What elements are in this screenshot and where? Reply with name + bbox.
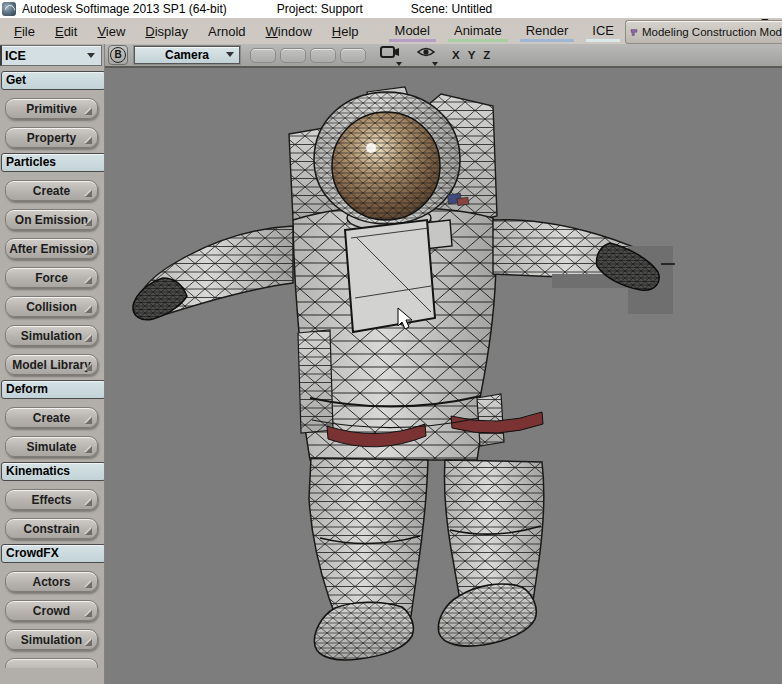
- sidebar-button-create[interactable]: Create: [5, 180, 98, 201]
- fold-corner-icon: [85, 499, 92, 506]
- astronaut-left-glove: [133, 278, 187, 320]
- axis-z-button[interactable]: Z: [483, 49, 491, 61]
- fold-corner-icon: [85, 335, 92, 342]
- sidebar-header-particles: Particles: [1, 153, 105, 172]
- sidebar-button-simulation[interactable]: Simulation: [5, 325, 98, 346]
- astronaut-left-leg: [309, 458, 428, 623]
- fold-corner-icon: [85, 610, 92, 617]
- chevron-down-icon: [87, 53, 95, 58]
- sidebar-button-label: Create: [33, 184, 70, 198]
- sidebar-button-label: After Emission: [9, 242, 94, 256]
- axis-x-button[interactable]: X: [452, 49, 461, 61]
- fold-corner-icon: [85, 306, 92, 313]
- visibility-options-button[interactable]: [416, 45, 438, 65]
- memo-cam-slots: [250, 48, 366, 63]
- astronaut-visor: [332, 112, 440, 220]
- display-mode-button[interactable]: [380, 45, 402, 65]
- sidebar-button-after-emission[interactable]: After Emission: [5, 238, 98, 259]
- chevron-down-icon: [396, 62, 402, 66]
- sidebar-button-simulate[interactable]: Simulate: [5, 436, 98, 457]
- menu-window[interactable]: Window: [260, 21, 318, 42]
- fold-corner-icon: [85, 417, 92, 424]
- view-type-value: Camera: [165, 48, 209, 62]
- fold-corner-icon: [85, 364, 92, 371]
- sidebar-button-label: On Emission: [15, 213, 88, 227]
- sidebar-items: GetPrimitivePropertyParticlesCreateOn Em…: [0, 71, 104, 668]
- menu-file[interactable]: File: [8, 21, 41, 42]
- sidebar-button-label: Property: [27, 131, 76, 145]
- fold-corner-icon: [85, 248, 92, 255]
- sidebar-button-label: Primitive: [26, 102, 77, 116]
- menu-view[interactable]: View: [91, 21, 131, 42]
- sidebar-button-label: Actors: [32, 575, 70, 589]
- sidebar-button-property[interactable]: Property: [5, 127, 98, 148]
- construction-mode-button[interactable]: Modeling Construction Mod: [625, 20, 782, 44]
- project-label: Project: Support: [277, 2, 363, 16]
- viewport-toolbar: B Camera XYZ: [105, 44, 782, 68]
- module-menu-ice[interactable]: ICE: [586, 20, 620, 42]
- menu-bar: FileEditViewDisplayArnoldWindowHelp Mode…: [0, 18, 782, 45]
- sidebar-button-primitive[interactable]: Primitive: [5, 98, 98, 119]
- sidebar-button-collision[interactable]: Collision: [5, 296, 98, 317]
- sidebar-header-deform: Deform: [1, 380, 105, 399]
- viewport-b-button[interactable]: B: [108, 45, 128, 65]
- chevron-down-icon: [432, 62, 438, 66]
- chevron-down-icon: [226, 52, 234, 57]
- softimage-logo-icon: [2, 2, 16, 16]
- fold-corner-icon: [85, 639, 92, 646]
- fold-corner-icon: [85, 108, 92, 115]
- memo-cam-slot-button[interactable]: [250, 48, 276, 63]
- sidebar-button-label: Simulate: [26, 440, 76, 454]
- sidebar-header-get: Get: [1, 71, 105, 90]
- memo-cam-slot-button[interactable]: [310, 48, 336, 63]
- menu-display[interactable]: Display: [139, 21, 194, 42]
- camera-viewport[interactable]: [105, 68, 782, 684]
- fold-corner-icon: [85, 277, 92, 284]
- menu-list: FileEditViewDisplayArnoldWindowHelp: [0, 21, 369, 42]
- sidebar-button-effects[interactable]: Effects: [5, 489, 98, 510]
- sidebar-button-partial[interactable]: [5, 658, 98, 668]
- memo-cam-slot-button[interactable]: [280, 48, 306, 63]
- view-type-select[interactable]: Camera: [134, 46, 240, 64]
- sidebar-button-label: Simulation: [21, 329, 82, 343]
- sidebar-button-force[interactable]: Force: [5, 267, 98, 288]
- camera-display-icon: [380, 45, 400, 61]
- sidebar-button-label: Force: [35, 271, 68, 285]
- menu-arnold[interactable]: Arnold: [202, 21, 252, 42]
- module-menu-model[interactable]: Model: [389, 20, 436, 42]
- sidebar-button-actors[interactable]: Actors: [5, 571, 98, 592]
- fold-corner-icon: [85, 190, 92, 197]
- axis-lock-buttons: XYZ: [452, 49, 491, 61]
- astronaut-left-boot: [314, 602, 413, 660]
- sidebar-button-label: Crowd: [33, 604, 70, 618]
- sidebar-header-kinematics: Kinematics: [1, 462, 105, 481]
- module-menu-animate[interactable]: Animate: [448, 20, 508, 42]
- app-title: Autodesk Softimage 2013 SP1 (64-bit): [22, 2, 227, 16]
- module-dropdown[interactable]: ICE: [0, 45, 102, 66]
- astronaut-wireframe-model: [105, 68, 782, 684]
- memo-cam-slot-button[interactable]: [340, 48, 366, 63]
- fold-corner-icon: [85, 137, 92, 144]
- sidebar-button-label: Create: [33, 411, 70, 425]
- construction-mode-icon: [630, 25, 638, 40]
- menu-edit[interactable]: Edit: [49, 21, 83, 42]
- sidebar-button-label: Effects: [31, 493, 71, 507]
- eye-icon: [416, 45, 436, 59]
- sidebar-button-label: Simulation: [21, 633, 82, 647]
- construction-mode-label: Modeling Construction Mod: [642, 26, 782, 38]
- sidebar-button-create[interactable]: Create: [5, 407, 98, 428]
- module-dropdown-value: ICE: [5, 49, 26, 63]
- sidebar-button-label: Model Library: [12, 358, 91, 372]
- fold-corner-icon: [85, 528, 92, 535]
- sidebar-button-simulation[interactable]: Simulation: [5, 629, 98, 650]
- sidebar-button-label: Collision: [26, 300, 77, 314]
- axis-y-button[interactable]: Y: [468, 49, 477, 61]
- sidebar-button-crowd[interactable]: Crowd: [5, 600, 98, 621]
- sidebar-header-crowdfx: CrowdFX: [1, 544, 105, 563]
- menu-help[interactable]: Help: [326, 21, 365, 42]
- sidebar-button-constrain[interactable]: Constrain: [5, 518, 98, 539]
- sidebar-button-model-library[interactable]: Model Library: [5, 354, 98, 375]
- module-menu-render[interactable]: Render: [520, 20, 575, 42]
- b-letter: B: [110, 47, 126, 63]
- sidebar-button-on-emission[interactable]: On Emission: [5, 209, 98, 230]
